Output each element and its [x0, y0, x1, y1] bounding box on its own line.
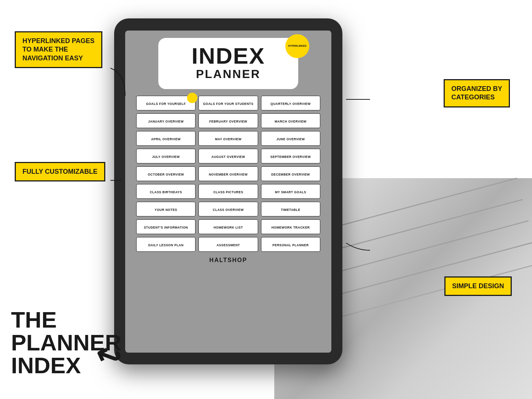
index-button-label: ASSESSMENT [216, 243, 240, 247]
index-button-label: JANUARY OVERVIEW [148, 120, 184, 123]
index-button[interactable]: MAY OVERVIEW [198, 131, 258, 146]
index-button-label: CLASS PICTURES [213, 190, 243, 194]
index-button[interactable]: MY SMART GOALS [261, 184, 320, 199]
index-button-label: CLASS BIRTHDAYS [150, 190, 182, 194]
index-button-label: GOALS FOR YOUR STUDENTS [203, 102, 254, 106]
hyperlinked-badge: HYPERLINKED [285, 34, 309, 58]
index-button-label: DECEMBER OVERVIEW [271, 173, 310, 176]
index-button[interactable]: QUARTERLY OVERVIEW [261, 96, 320, 110]
annotation-top-right: ORGANIZED BYCATEGORIES [444, 79, 510, 107]
annotation-mid-left-text: FULLY CUSTOMIZABLE [22, 167, 98, 176]
annotation-bottom-right-text: SIMPLE DESIGN [452, 282, 504, 290]
index-button-label: MAY OVERVIEW [215, 137, 242, 141]
index-button-label: GOALS FOR YOURSELF [146, 102, 186, 106]
annotation-top-left-text: HYPERLINKED PAGESTO MAKE THENAVIGATION E… [22, 37, 95, 63]
title-planner: PLANNER [169, 67, 287, 81]
index-button-label: MARCH OVERVIEW [275, 120, 307, 123]
index-button[interactable]: CLASS BIRTHDAYS [136, 184, 195, 199]
index-button-label: HOMEWORK LIST [214, 226, 243, 229]
bottom-left-text: THE PLANNER INDEX ↪ [11, 308, 121, 377]
tablet-screen: INDEX PLANNER HYPERLINKED GOALS FOR YOUR… [125, 31, 331, 353]
index-button[interactable]: JANUARY OVERVIEW [136, 113, 195, 128]
hyperlinked-label: HYPERLINKED [288, 44, 306, 47]
index-button[interactable]: OCTOBER OVERVIEW [136, 166, 195, 181]
index-button[interactable]: JULY OVERVIEW [136, 149, 195, 163]
index-button[interactable]: NOVEMBER OVERVIEW [198, 166, 258, 181]
index-button[interactable]: HOMEWORK LIST [198, 219, 258, 234]
index-grid: GOALS FOR YOURSELFGOALS FOR YOUR STUDENT… [136, 96, 320, 252]
index-button[interactable]: FEBRUARY OVERVIEW [198, 113, 258, 128]
index-button-label: OCTOBER OVERVIEW [148, 173, 184, 176]
index-button-label: TIMETABLE [281, 208, 300, 212]
index-button[interactable]: MARCH OVERVIEW [261, 113, 320, 128]
index-button-label: AUGUST OVERVIEW [211, 155, 245, 159]
index-button-label: SEPTEMBER OVERVIEW [270, 155, 311, 159]
index-button[interactable]: GOALS FOR YOUR STUDENTS [198, 96, 258, 110]
index-button-label: APRIL OVERVIEW [151, 137, 180, 141]
index-button[interactable]: YOUR NOTES [136, 202, 195, 216]
index-button-label: HOMEWORK TRACKER [271, 226, 310, 229]
index-button[interactable]: JUNE OVERVIEW [261, 131, 320, 146]
title-area: INDEX PLANNER HYPERLINKED [158, 38, 298, 89]
index-button-label: NOVEMBER OVERVIEW [209, 173, 248, 176]
annotation-top-left: HYPERLINKED PAGESTO MAKE THENAVIGATION E… [15, 31, 102, 68]
index-button[interactable]: CLASS OVERVIEW [198, 202, 258, 216]
index-button[interactable]: DAILY LESSON PLAN [136, 237, 195, 252]
title-index: INDEX [169, 45, 287, 67]
haltshop-label: HALTSHOP [209, 257, 247, 264]
index-button[interactable]: PERSONAL PLANNER [261, 237, 320, 252]
index-button-label: CLASS OVERVIEW [213, 208, 244, 212]
index-button[interactable]: HOMEWORK TRACKER [261, 219, 320, 234]
index-button-label: DAILY LESSON PLAN [148, 243, 184, 247]
index-button-label: MY SMART GOALS [275, 190, 306, 194]
index-button[interactable]: CLASS PICTURES [198, 184, 258, 199]
small-yellow-dot [187, 93, 197, 103]
annotation-bottom-right: SIMPLE DESIGN [444, 276, 512, 296]
index-button[interactable]: SEPTEMBER OVERVIEW [261, 149, 320, 163]
annotation-mid-left: FULLY CUSTOMIZABLE [15, 162, 105, 181]
index-button[interactable]: ASSESSMENT [198, 237, 258, 252]
bottom-text-line1: THE [11, 308, 121, 331]
index-button-label: PERSONAL PLANNER [272, 243, 309, 247]
index-button-label: YOUR NOTES [155, 208, 177, 212]
index-button[interactable]: STUDENT'S INFORMATION [136, 219, 195, 234]
index-button-label: FEBRUARY OVERVIEW [209, 120, 247, 123]
index-button-label: JULY OVERVIEW [152, 155, 180, 159]
index-button[interactable]: APRIL OVERVIEW [136, 131, 195, 146]
index-button-label: QUARTERLY OVERVIEW [271, 102, 311, 106]
tablet: INDEX PLANNER HYPERLINKED GOALS FOR YOUR… [114, 18, 342, 364]
index-button-label: JUNE OVERVIEW [276, 137, 305, 141]
index-button[interactable]: TIMETABLE [261, 202, 320, 216]
index-button[interactable]: AUGUST OVERVIEW [198, 149, 258, 163]
index-button-label: STUDENT'S INFORMATION [144, 226, 188, 229]
index-button[interactable]: DECEMBER OVERVIEW [261, 166, 320, 181]
annotation-top-right-text: ORGANIZED BYCATEGORIES [451, 85, 502, 102]
